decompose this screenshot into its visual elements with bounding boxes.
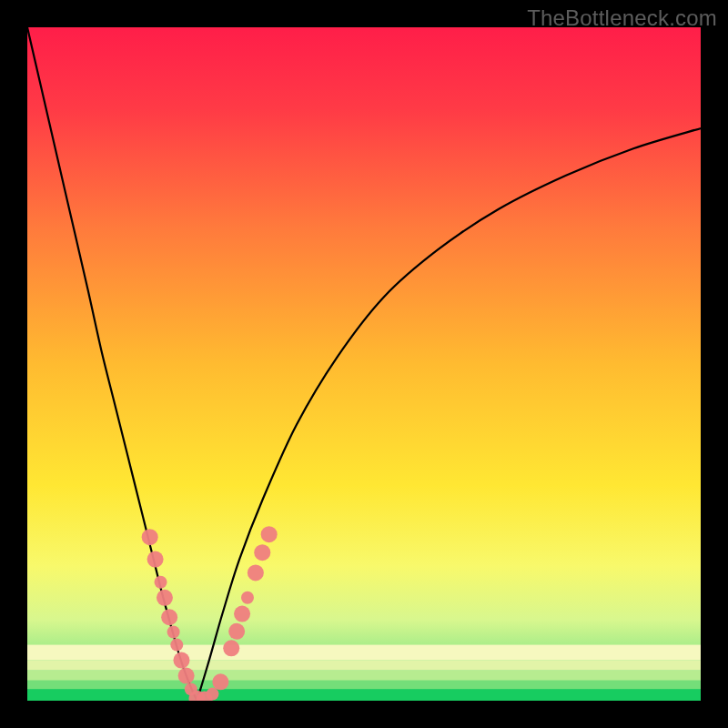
data-marker: [155, 576, 167, 589]
data-marker: [207, 688, 219, 701]
data-marker: [178, 668, 195, 684]
watermark-text: TheBottleneck.com: [527, 5, 717, 31]
data-marker: [234, 606, 250, 622]
chart-frame: TheBottleneck.com: [0, 0, 728, 728]
data-marker: [248, 564, 264, 581]
marker-layer: [27, 27, 701, 701]
data-marker: [147, 551, 164, 568]
data-marker: [167, 626, 180, 639]
data-marker: [142, 529, 158, 545]
data-marker: [161, 609, 177, 625]
data-marker: [173, 652, 189, 669]
data-marker: [228, 623, 245, 640]
data-marker: [170, 639, 183, 652]
data-marker: [223, 640, 239, 656]
data-marker: [254, 544, 270, 561]
plot-area: [27, 27, 701, 701]
data-marker: [157, 590, 173, 606]
data-marker: [261, 526, 278, 542]
data-marker: [212, 673, 228, 690]
data-marker: [241, 592, 254, 604]
